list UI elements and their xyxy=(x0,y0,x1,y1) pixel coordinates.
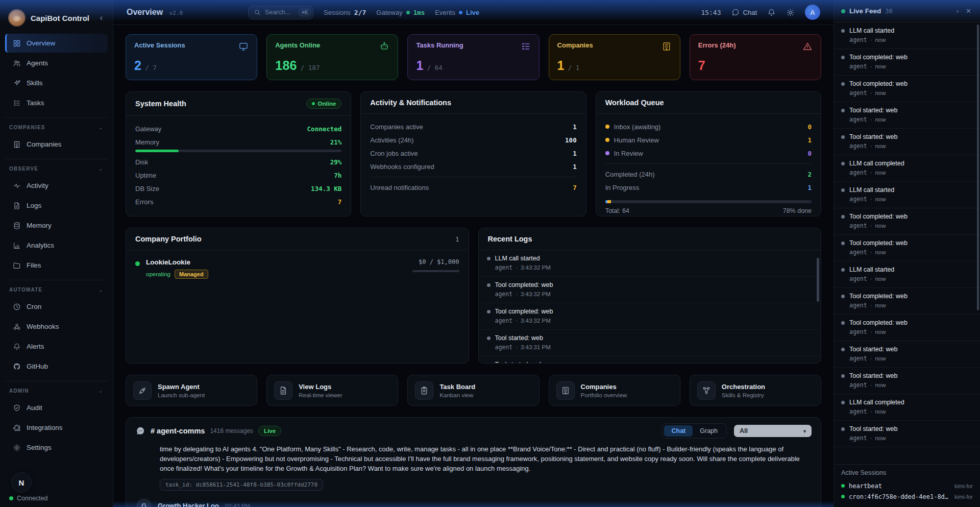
log-item[interactable]: LLM call started agent·3:43:32 PM xyxy=(479,250,821,277)
progress-value: 2 xyxy=(807,171,812,178)
feed-item[interactable]: Tool completed: web agent·now xyxy=(834,49,980,76)
feed-item[interactable]: Tool completed: web agent·now xyxy=(834,288,980,315)
sidebar-item-label: Memory xyxy=(27,222,52,229)
sidebar-item-activity[interactable]: Activity xyxy=(5,176,108,195)
company-budget-bar xyxy=(412,270,459,272)
action-card-view-logs[interactable]: View LogsReal-time viewer xyxy=(266,375,398,406)
feed-item[interactable]: LLM call started agent·now xyxy=(834,182,980,208)
health-value: 29% xyxy=(330,158,342,166)
chevron-right-icon[interactable]: › xyxy=(955,7,960,15)
stat-card-tasks-running[interactable]: Tasks Running 1/ 64 xyxy=(407,34,539,80)
sidebar-item-cron[interactable]: Cron xyxy=(5,297,108,316)
stat-label: Active Sessions xyxy=(134,41,185,49)
log-item[interactable]: Tool started: web xyxy=(479,356,821,364)
company-row[interactable]: LookieLookie operating Managed $0 / $1,0… xyxy=(126,250,469,287)
sidebar-item-tasks[interactable]: Tasks xyxy=(5,93,108,112)
search-box[interactable]: ⌘K xyxy=(248,6,313,19)
bell-icon[interactable] xyxy=(767,8,776,17)
feed-item[interactable]: Tool completed: web agent·now xyxy=(834,76,980,102)
task-id-chip[interactable]: task_id: dc858611-2541-48f8-b385-03c0ffd… xyxy=(160,479,323,491)
health-value: 7 xyxy=(338,198,342,206)
floating-n-badge[interactable]: N xyxy=(11,472,32,493)
sidebar-item-analytics[interactable]: Analytics xyxy=(5,236,108,255)
feed-item[interactable]: LLM call started agent·now xyxy=(834,22,980,49)
sparkles-icon xyxy=(12,79,21,87)
progress-value: 1 xyxy=(807,184,812,191)
feed-title: Tool started: web xyxy=(849,372,898,379)
stat-card-errors-24h[interactable]: Errors (24h) 7 xyxy=(690,34,821,80)
feed-time: now xyxy=(875,223,886,229)
sidebar-item-agents[interactable]: Agents xyxy=(5,54,108,73)
live-badge: Live xyxy=(258,426,281,436)
section-label: AUTOMATE xyxy=(9,287,42,293)
action-subtitle: Real-time viewer xyxy=(299,392,342,398)
sidebar-item-alerts[interactable]: Alerts xyxy=(5,337,108,356)
log-item[interactable]: Tool completed: web agent·3:43:32 PM xyxy=(479,277,821,303)
tab-chat[interactable]: Chat xyxy=(664,425,693,437)
action-card-task-board[interactable]: Task BoardKanban view xyxy=(407,375,539,406)
author-avatar[interactable]: G xyxy=(136,498,152,507)
feed-item[interactable]: LLM call completed agent·now xyxy=(834,155,980,182)
feed-item[interactable]: Tool started: web agent·now xyxy=(834,368,980,394)
app-root: CapiBot Control ‹ OverviewAgentsSkillsTa… xyxy=(0,0,980,507)
feed-item[interactable]: Tool started: web agent·now xyxy=(834,129,980,155)
sidebar-section-companies[interactable]: COMPANIES⌄ xyxy=(5,117,108,135)
logs-scrollbar[interactable] xyxy=(817,258,819,302)
sidebar-section-observe[interactable]: OBSERVE⌄ xyxy=(5,159,108,176)
sidebar-item-integrations[interactable]: Integrations xyxy=(5,418,108,437)
rocket-icon xyxy=(138,386,147,395)
stat-card-companies[interactable]: Companies 1/ 1 xyxy=(549,34,680,80)
message-filter-select[interactable]: All ▾ xyxy=(734,425,812,437)
health-row-uptime: Uptime7h xyxy=(135,168,341,182)
sidebar-item-companies[interactable]: Companies xyxy=(5,135,108,154)
session-row[interactable]: cron:4f6c758e-dded-4ee1-8d72-2... kimi-f… xyxy=(841,491,973,502)
sidebar-section-admin[interactable]: ADMIN⌄ xyxy=(5,381,108,398)
feed-item[interactable]: Tool completed: web agent·now xyxy=(834,208,980,235)
search-input[interactable] xyxy=(265,9,295,16)
action-card-companies[interactable]: CompaniesPortfolio overview xyxy=(549,375,680,406)
stat-card-agents-online[interactable]: Agents Online 186/ 187 xyxy=(266,34,398,80)
sidebar-item-webhooks[interactable]: Webhooks xyxy=(5,317,108,336)
channel-name: # agent-comms xyxy=(151,427,205,435)
sidebar-collapse-icon[interactable]: ‹ xyxy=(98,13,105,22)
chat-button[interactable]: Chat xyxy=(731,8,757,16)
sidebar-item-skills[interactable]: Skills xyxy=(5,74,108,92)
feed-scrollbar[interactable] xyxy=(977,25,979,310)
sidebar-item-overview[interactable]: Overview xyxy=(5,34,108,53)
activity-row-activities-24h: Activities (24h)100 xyxy=(370,133,576,147)
feed-title: Tool started: web xyxy=(849,346,898,353)
sidebar-section-automate[interactable]: AUTOMATE⌄ xyxy=(5,280,108,297)
action-card-spawn-agent[interactable]: Spawn AgentLaunch sub-agent xyxy=(126,375,257,406)
log-item[interactable]: Tool completed: web agent·3:43:32 PM xyxy=(479,303,821,330)
close-icon[interactable]: ✕ xyxy=(964,7,973,15)
session-row[interactable]: heartbeat kimi-for xyxy=(841,480,973,491)
chat-panel: # agent-comms 1416 messages Live Chat Gr… xyxy=(126,417,821,507)
workload-progress-bar xyxy=(605,200,812,203)
feed-item[interactable]: LLM call started agent·now xyxy=(834,261,980,288)
stat-card-active-sessions[interactable]: Active Sessions 2/ 7 xyxy=(126,34,257,80)
sidebar-item-memory[interactable]: Memory xyxy=(5,216,108,235)
sidebar-item-settings[interactable]: Settings xyxy=(5,438,108,457)
sidebar-item-label: Companies xyxy=(27,140,61,148)
action-card-orchestration[interactable]: OrchestrationSkills & Registry xyxy=(690,375,821,406)
feed-item[interactable]: Tool started: web agent·now xyxy=(834,102,980,129)
log-item[interactable]: Tool started: web agent·3:43:31 PM xyxy=(479,330,821,356)
feed-item[interactable]: Tool completed: web agent·now xyxy=(834,235,980,261)
feed-item[interactable]: Tool started: web agent·now xyxy=(834,421,980,447)
sidebar-item-github[interactable]: GitHub xyxy=(5,357,108,376)
tab-graph[interactable]: Graph xyxy=(693,425,725,437)
chevron-down-icon: ⌄ xyxy=(99,165,104,172)
sidebar-item-label: Cron xyxy=(27,303,41,310)
feed-time: now xyxy=(875,276,886,282)
feed-item[interactable]: LLM call completed agent·now xyxy=(834,394,980,421)
sidebar-item-logs[interactable]: Logs xyxy=(5,196,108,215)
feed-item[interactable]: Tool started: web agent·now xyxy=(834,341,980,368)
sidebar-item-audit[interactable]: Audit xyxy=(5,398,108,417)
theme-toggle-icon[interactable] xyxy=(786,8,795,17)
feed-item[interactable]: Tool completed: web agent·now xyxy=(834,315,980,341)
sidebar-item-files[interactable]: Files xyxy=(5,256,108,275)
version-label: v2.0 xyxy=(169,10,183,16)
user-avatar[interactable]: A xyxy=(805,5,820,20)
feed-dot xyxy=(841,295,845,298)
chevron-down-icon: ⌄ xyxy=(99,124,104,131)
